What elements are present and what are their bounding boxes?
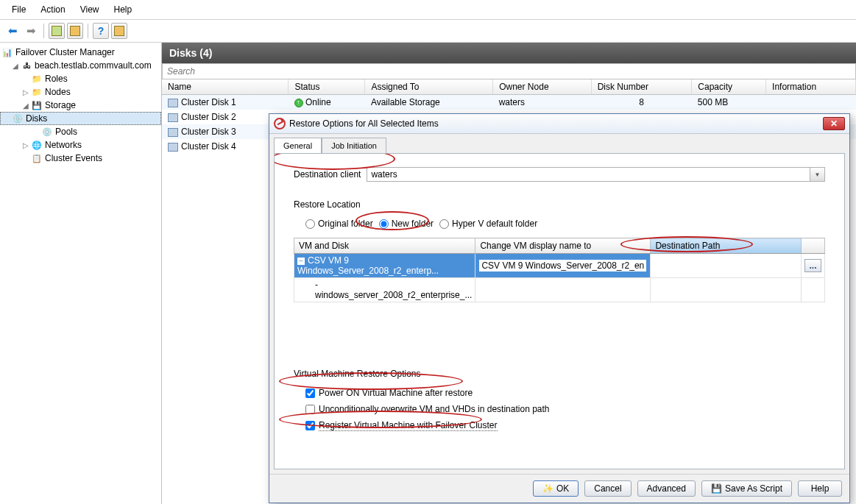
tree-events[interactable]: 📋Cluster Events (0, 152, 161, 165)
cell-change-name[interactable] (475, 254, 651, 278)
close-button[interactable]: ✕ (823, 117, 845, 130)
table-row[interactable]: −CSV VM 9 Windows_Server_2008_r2_enterp.… (294, 254, 825, 278)
tree-roles-label: Roles (45, 74, 68, 84)
arrow-left-icon: ⬅ (8, 24, 18, 38)
destination-client-label: Destination client (294, 169, 361, 180)
col-disknum[interactable]: Disk Number (591, 79, 692, 95)
combo-dropdown-button[interactable] (810, 167, 825, 182)
back-button[interactable]: ⬅ (4, 23, 21, 39)
panel-icon (70, 26, 80, 36)
forward-button[interactable]: ➡ (23, 23, 39, 39)
nav-tree[interactable]: 📊Failover Cluster Manager ◢🖧beach.testla… (0, 43, 162, 504)
cancel-button[interactable]: Cancel (584, 480, 631, 497)
networks-icon: 🌐 (31, 139, 43, 151)
status-online-icon (294, 99, 303, 107)
table-row[interactable]: - windows_server_2008_r2_enterprise_... (294, 278, 825, 302)
collapse-icon[interactable]: ◢ (10, 62, 21, 70)
events-icon: 📋 (31, 152, 43, 164)
tree-root-label: Failover Cluster Manager (15, 47, 115, 57)
checkbox-overwrite[interactable] (305, 405, 315, 414)
roles-icon: 📁 (31, 73, 43, 85)
radio-original-folder[interactable]: Original folder (305, 219, 373, 229)
destination-client-input[interactable] (367, 167, 810, 182)
ok-button[interactable]: ✨OK (533, 480, 579, 497)
col-vm-and-disk[interactable]: VM and Disk (294, 238, 475, 254)
menu-view[interactable]: View (73, 2, 107, 17)
vm-disk-table: VM and Disk Change VM display name to De… (294, 238, 825, 302)
help-button[interactable]: Help (798, 480, 842, 497)
restore-location-radios: Original folder New folder Hyper V defau… (294, 216, 825, 232)
tree-cluster[interactable]: ◢🖧beach.testlab.commvault.com (0, 59, 161, 72)
table-row[interactable]: Cluster Disk 1 Online Available Storage … (162, 95, 856, 110)
tool-help-button[interactable]: ? (93, 23, 109, 39)
radio-new-label: New folder (392, 219, 434, 229)
change-name-input[interactable] (478, 259, 647, 272)
power-on-label: Power ON Virtual Machine after restore (319, 388, 473, 398)
dialog-titlebar[interactable]: Restore Options for All Selected Items ✕ (269, 114, 849, 134)
search-bar (162, 63, 856, 79)
cell-name: Cluster Disk 2 (181, 112, 236, 122)
col-name[interactable]: Name (162, 79, 289, 95)
col-info[interactable]: Information (766, 79, 856, 95)
overwrite-label: Unconditionally overwrite VM and VHDs in… (319, 404, 550, 414)
dialog-title: Restore Options for All Selected Items (289, 118, 439, 129)
radio-new-folder[interactable]: New folder (379, 219, 434, 229)
tree-disks[interactable]: 💿Disks (0, 112, 161, 125)
tree-pools[interactable]: 💿Pools (0, 125, 161, 138)
expand-icon[interactable]: ▷ (21, 88, 31, 96)
tool-btn-1[interactable] (49, 23, 65, 39)
disk-icon (168, 113, 178, 122)
col-status[interactable]: Status (289, 79, 365, 95)
col-change-name[interactable]: Change VM display name to (475, 238, 651, 254)
cluster-manager-icon: 📊 (1, 46, 13, 58)
tree-nodes[interactable]: ▷📁Nodes (0, 85, 161, 99)
tool-btn-3[interactable] (111, 23, 127, 39)
checkbox-power-on[interactable] (305, 388, 315, 398)
tab-panel-general: Destination client Restore Location Orig… (274, 153, 845, 469)
cell-owner: waters (493, 95, 592, 110)
browse-button[interactable]: ... (804, 259, 821, 272)
advanced-button[interactable]: Advanced (637, 480, 696, 497)
tool-btn-2[interactable] (67, 23, 83, 39)
close-icon: ✕ (830, 118, 838, 129)
tree-nodes-label: Nodes (45, 87, 71, 97)
tree-roles[interactable]: 📁Roles (0, 72, 161, 85)
disks-heading: Disks (4) (162, 43, 856, 63)
pools-icon: 💿 (41, 126, 53, 138)
col-assigned[interactable]: Assigned To (365, 79, 493, 95)
tree-pools-label: Pools (55, 127, 77, 137)
menu-help[interactable]: Help (107, 2, 140, 17)
cell-vhd-name: - windows_server_2008_r2_enterprise_... (294, 278, 475, 302)
tree-networks[interactable]: ▷🌐Networks (0, 138, 161, 152)
menu-file[interactable]: File (4, 2, 33, 17)
cell-name: Cluster Disk 4 (181, 141, 236, 152)
tree-cluster-label: beach.testlab.commvault.com (35, 60, 152, 71)
expand-icon[interactable]: ▷ (21, 141, 31, 149)
checkbox-register-cluster[interactable] (305, 421, 315, 430)
save-as-script-button[interactable]: 💾Save As Script (701, 480, 792, 497)
tree-root[interactable]: 📊Failover Cluster Manager (0, 46, 161, 59)
col-capacity[interactable]: Capacity (692, 79, 766, 95)
toolbar: ⬅ ➡ ? (0, 20, 856, 43)
cell-info (766, 95, 856, 110)
radio-original-label: Original folder (318, 219, 373, 229)
radio-hyperv-default[interactable]: Hyper V default folder (439, 219, 537, 229)
search-input[interactable] (163, 64, 855, 79)
tab-bar: General Job Initiation (269, 134, 849, 153)
collapse-icon[interactable]: ◢ (21, 102, 31, 110)
tree-storage[interactable]: ◢💾Storage (0, 99, 161, 112)
tab-general[interactable]: General (274, 138, 322, 154)
cell-name: Cluster Disk 1 (181, 97, 236, 107)
cell-destination-path[interactable] (651, 254, 802, 278)
minus-icon[interactable]: − (297, 258, 305, 265)
cell-num: 8 (591, 95, 692, 110)
tab-job-initiation[interactable]: Job Initiation (322, 138, 386, 154)
col-owner[interactable]: Owner Node (493, 79, 592, 95)
radio-hyperv-label: Hyper V default folder (452, 219, 537, 229)
col-destination-path[interactable]: Destination Path (651, 238, 802, 254)
cell-name: Cluster Disk 3 (181, 127, 236, 137)
tree-disks-label: Disks (26, 113, 47, 124)
destination-client-combo[interactable] (367, 167, 825, 182)
menu-action[interactable]: Action (33, 2, 72, 17)
cluster-icon: 🖧 (21, 60, 32, 71)
